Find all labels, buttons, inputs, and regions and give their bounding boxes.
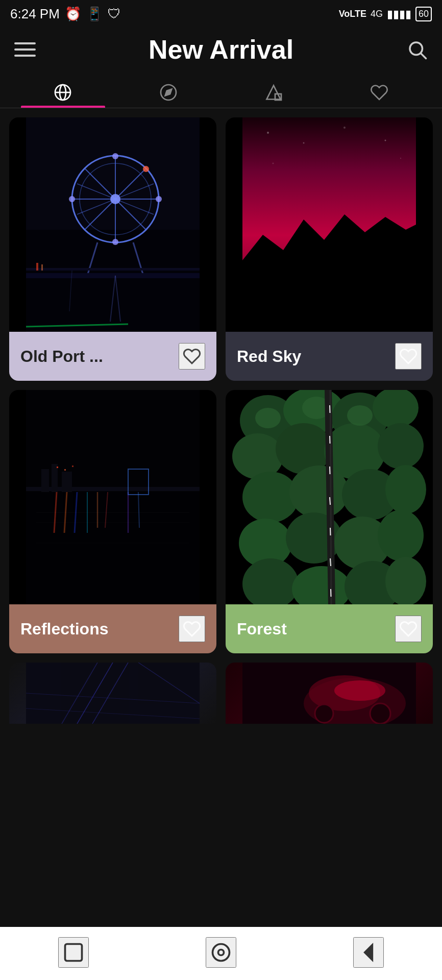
svg-point-78 — [385, 465, 426, 514]
nav-back-button[interactable] — [353, 937, 384, 968]
svg-rect-10 — [26, 117, 200, 230]
card-reflections[interactable]: Reflections — [9, 390, 216, 653]
svg-point-41 — [385, 140, 386, 141]
svg-point-74 — [378, 423, 424, 469]
heart-icon — [399, 620, 418, 638]
status-left: 6:24 PM ⏰ 📱 🛡 — [10, 6, 121, 22]
card-red-sky-label: Red Sky — [226, 332, 433, 381]
nav-bar — [0, 927, 442, 980]
svg-line-1 — [421, 54, 426, 59]
menu-line-3 — [14, 55, 36, 57]
svg-rect-46 — [26, 492, 200, 604]
tab-explore[interactable] — [116, 75, 222, 108]
svg-marker-6 — [165, 89, 171, 96]
svg-point-110 — [315, 704, 333, 723]
card-red-sky[interactable]: Red Sky — [226, 117, 433, 381]
svg-point-21 — [112, 153, 118, 159]
svg-point-43 — [273, 163, 274, 164]
heart-icon — [399, 347, 418, 365]
card-forest-favorite-button[interactable] — [395, 616, 422, 642]
photo-grid: Old Port ... — [0, 108, 442, 724]
menu-button[interactable] — [14, 42, 36, 57]
nav-square-button[interactable] — [58, 937, 89, 968]
heart-tab-icon — [370, 83, 388, 102]
svg-point-89 — [347, 405, 373, 426]
tab-bar — [0, 75, 442, 108]
svg-rect-99 — [26, 663, 200, 724]
svg-point-42 — [400, 158, 401, 159]
svg-rect-51 — [57, 467, 58, 468]
svg-point-39 — [303, 142, 305, 144]
globe-icon — [54, 83, 72, 102]
svg-rect-29 — [26, 268, 200, 271]
nav-home-button[interactable] — [206, 937, 236, 968]
card-partial-left[interactable] — [9, 663, 216, 724]
svg-point-23 — [112, 239, 118, 245]
svg-rect-53 — [72, 465, 73, 467]
svg-point-87 — [255, 408, 281, 428]
svg-rect-31 — [41, 264, 43, 271]
svg-rect-52 — [64, 469, 66, 471]
svg-rect-112 — [65, 944, 82, 961]
card-forest-image — [226, 390, 433, 604]
tab-globe[interactable] — [10, 75, 116, 108]
card-old-port-image — [9, 117, 216, 332]
svg-point-109 — [370, 703, 390, 724]
svg-point-38 — [267, 132, 269, 134]
card-reflections-label: Reflections — [9, 604, 216, 653]
svg-point-111 — [334, 680, 385, 701]
card-old-port-label: Old Port ... — [9, 332, 216, 381]
svg-point-20 — [110, 194, 120, 204]
header: New Arrival — [0, 26, 442, 75]
card-partial-right[interactable] — [226, 663, 433, 724]
status-bar: 6:24 PM ⏰ 📱 🛡 VoLTE 4G ▮▮▮▮ 60 — [0, 0, 442, 26]
whatsapp-icon: 📱 — [86, 6, 103, 22]
network-4g-icon: 4G — [371, 9, 383, 19]
svg-point-22 — [156, 196, 162, 202]
search-button[interactable] — [406, 39, 428, 60]
svg-rect-48 — [41, 469, 49, 492]
svg-rect-50 — [62, 472, 72, 492]
svg-rect-30 — [36, 263, 38, 271]
card-old-port[interactable]: Old Port ... — [9, 117, 216, 381]
card-reflections-image — [9, 390, 216, 604]
tab-favorites[interactable] — [327, 75, 432, 108]
svg-point-76 — [289, 465, 349, 519]
signal-icon: ▮▮▮▮ — [387, 8, 411, 21]
svg-point-40 — [343, 127, 346, 129]
svg-line-91 — [330, 390, 331, 604]
card-forest-label: Forest — [226, 604, 433, 653]
heart-icon — [183, 347, 201, 365]
tab-categories[interactable] — [221, 75, 327, 108]
card-reflections-favorite-button[interactable] — [179, 616, 205, 642]
card-red-sky-title: Red Sky — [237, 347, 301, 366]
status-time: 6:24 PM — [10, 6, 60, 22]
card-red-sky-image — [226, 117, 433, 332]
menu-line-1 — [14, 42, 36, 44]
card-red-sky-favorite-button[interactable] — [395, 343, 422, 370]
svg-rect-49 — [52, 464, 58, 492]
svg-point-86 — [385, 557, 426, 604]
svg-rect-11 — [26, 230, 200, 332]
alarm-icon: ⏰ — [65, 6, 81, 22]
svg-point-82 — [378, 510, 424, 561]
svg-point-114 — [218, 950, 224, 955]
volte-icon: VoLTE — [339, 9, 366, 19]
heart-icon — [183, 620, 201, 638]
page-title: New Arrival — [149, 34, 293, 65]
card-partial-right-image — [226, 663, 433, 724]
shapes-icon — [264, 83, 283, 102]
svg-point-113 — [212, 944, 229, 961]
battery-icon: 60 — [415, 7, 432, 21]
svg-rect-28 — [26, 273, 200, 278]
card-forest[interactable]: Forest — [226, 390, 433, 653]
status-right: VoLTE 4G ▮▮▮▮ 60 — [339, 7, 432, 21]
svg-point-25 — [143, 166, 149, 172]
card-forest-title: Forest — [237, 620, 287, 639]
compass-icon — [159, 83, 178, 102]
card-old-port-title: Old Port ... — [20, 347, 103, 366]
shield-icon: 🛡 — [108, 6, 121, 22]
svg-point-24 — [69, 196, 75, 202]
menu-line-2 — [14, 48, 36, 51]
card-old-port-favorite-button[interactable] — [179, 343, 205, 370]
